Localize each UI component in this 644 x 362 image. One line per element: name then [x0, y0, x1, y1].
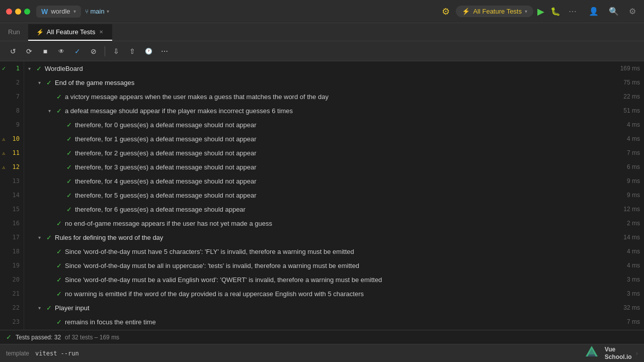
refresh-button[interactable]: ↺: [6, 44, 20, 58]
line-22: 22: [0, 301, 24, 315]
search-icon[interactable]: 🔍: [607, 5, 621, 18]
line-numbers: ✓ 1 2 7 8 9 ⚠ 10 ⚠ 11 ⚠ 12 13 14 15 16 1…: [0, 61, 24, 330]
test-rules-word-day[interactable]: ▾ ✓ Rules for defining the word of the d…: [24, 230, 644, 244]
test-defeat-6[interactable]: ▾ ✓ therefore, for 6 guess(es) a defeat …: [24, 202, 644, 216]
test-rule-qwert-check: ✓: [56, 276, 62, 284]
test-defeat-3-check: ✓: [66, 163, 72, 171]
vue-badge[interactable]: VueSchool.io ›: [583, 344, 638, 363]
branch-name: main: [91, 8, 105, 15]
collapse-defeat-icon[interactable]: ▾: [48, 108, 54, 114]
test-rules-label: Rules for defining the word of the day: [55, 234, 619, 241]
line-8: 8: [0, 104, 24, 118]
collapse-rules-icon[interactable]: ▾: [38, 235, 44, 240]
test-run-chevron-icon: ▾: [525, 9, 527, 14]
terminal-area: template vitest --run: [6, 350, 79, 357]
vue-label: VueSchool.io: [605, 346, 632, 360]
test-player-input[interactable]: ▾ ✓ Player input 32 ms: [24, 301, 644, 315]
test-rule-tests[interactable]: ▾ ✓ Since 'word-of-the-day must be all i…: [24, 258, 644, 273]
traffic-lights: [6, 9, 30, 15]
run-button[interactable]: ▶: [537, 6, 544, 17]
line-12: ⚠ 12: [0, 160, 24, 174]
toolbar: ↺ ⟳ ■ 👁 ✓ ⊘ ⇩ ⇧ 🕐 ⋯: [0, 41, 644, 61]
branch-selector[interactable]: ⑂ main ▾: [85, 8, 109, 15]
test-defeat-4[interactable]: ▾ ✓ therefore, for 4 guess(es) a defeat …: [24, 174, 644, 188]
collapse-end-of-game-icon[interactable]: ▾: [38, 80, 44, 85]
test-run-badge[interactable]: ⚡ All Feature Tests ▾: [456, 6, 533, 17]
line-20: 20: [0, 273, 24, 287]
test-defeat-5-label: therefore, for 5 guess(es) a defeat mess…: [75, 192, 623, 199]
account-icon[interactable]: 👤: [587, 5, 601, 18]
debug-icon[interactable]: 🐛: [548, 5, 562, 18]
tab-feature-tests-label: All Feature Tests: [47, 28, 96, 36]
test-rule-qwert[interactable]: ▾ ✓ Since 'word-of-the-day must be a val…: [24, 273, 644, 287]
test-rule-valid-duration: 3 ms: [627, 290, 640, 297]
line-17: 17: [0, 230, 24, 244]
test-end-of-game[interactable]: ▾ ✓ End of the game messages 75 ms: [24, 75, 644, 89]
test-defeat-3[interactable]: ▾ ✓ therefore, for 3 guess(es) a defeat …: [24, 160, 644, 174]
test-defeat-4-duration: 9 ms: [627, 177, 640, 185]
project-selector[interactable]: W wordle ▾: [36, 6, 81, 18]
toolbar-more-button[interactable]: ⋯: [157, 44, 172, 58]
test-defeat-2[interactable]: ▾ ✓ therefore, for 2 guess(es) a defeat …: [24, 146, 644, 160]
test-wordle-board-check: ✓: [36, 65, 42, 72]
traffic-light-green[interactable]: [24, 9, 30, 15]
test-wordle-board-label: WordleBoard: [45, 65, 616, 72]
terminal-command: vitest --run: [35, 350, 79, 357]
stop-button[interactable]: ■: [38, 44, 52, 58]
more-options-icon[interactable]: ⋯: [567, 5, 579, 18]
line-1: ✓ 1: [0, 61, 24, 75]
collapse-wordle-board-icon[interactable]: ▾: [28, 66, 34, 71]
test-defeat-5[interactable]: ▾ ✓ therefore, for 5 guess(es) a defeat …: [24, 188, 644, 202]
clock-button[interactable]: 🕐: [141, 44, 155, 58]
circle-slash-button[interactable]: ⊘: [87, 44, 101, 58]
terminal-label: template: [6, 350, 29, 357]
line-14: 14: [0, 188, 24, 202]
global-settings-icon[interactable]: ⚙: [627, 5, 638, 18]
test-defeat-parent-label: a defeat message should appear if the pl…: [65, 107, 619, 115]
test-defeat-4-label: therefore, for 4 guess(es) a defeat mess…: [75, 177, 623, 185]
sort-asc-button[interactable]: ⇧: [125, 44, 139, 58]
test-victory-duration: 22 ms: [623, 93, 640, 100]
test-defeat-1-duration: 4 ms: [627, 135, 640, 142]
test-no-end-label: no end-of-game message appears if the us…: [65, 220, 623, 227]
topbar-left: W wordle ▾ ⑂ main ▾: [6, 6, 432, 18]
tab-run[interactable]: Run: [0, 24, 28, 41]
sort-desc-button[interactable]: ⇩: [109, 44, 123, 58]
test-end-of-game-duration: 75 ms: [623, 79, 640, 86]
test-defeat-1[interactable]: ▾ ✓ therefore, for 1 guess(es) a defeat …: [24, 132, 644, 146]
topbar-right: 👤 🔍 ⚙: [587, 5, 638, 18]
test-victory-message[interactable]: ▾ ✓ a victory message appears when the u…: [24, 89, 644, 104]
main-content: ✓ 1 2 7 8 9 ⚠ 10 ⚠ 11 ⚠ 12 13 14 15 16 1…: [0, 61, 644, 330]
test-defeat-3-label: therefore, for 3 guess(es) a defeat mess…: [75, 163, 623, 171]
test-player-focus-duration: 7 ms: [627, 318, 640, 325]
test-defeat-6-duration: 12 ms: [623, 206, 640, 213]
traffic-light-yellow[interactable]: [15, 9, 21, 15]
test-rule-valid[interactable]: ▾ ✓ no warning is emitted if the word of…: [24, 287, 644, 301]
eye-button[interactable]: 👁: [54, 44, 68, 58]
tab-close-icon[interactable]: ✕: [98, 28, 104, 36]
test-no-end-check: ✓: [56, 220, 62, 227]
test-no-end-message[interactable]: ▾ ✓ no end-of-game message appears if th…: [24, 216, 644, 230]
topbar-center: ⚙ ⚡ All Feature Tests ▾ ▶ 🐛 ⋯: [440, 4, 579, 19]
test-defeat-parent[interactable]: ▾ ✓ a defeat message should appear if th…: [24, 104, 644, 118]
test-defeat-6-check: ✓: [66, 206, 72, 213]
test-player-focus[interactable]: ▾ ✓ remains in focus the entire time 7 m…: [24, 315, 644, 329]
settings-icon[interactable]: ⚙: [440, 4, 452, 19]
test-rule-fly-label: Since 'word-of-the-day must have 5 chara…: [65, 248, 623, 255]
project-name: wordle: [51, 8, 70, 15]
test-wordle-board-duration: 169 ms: [620, 65, 640, 72]
tab-feature-tests[interactable]: ⚡ All Feature Tests ✕: [28, 24, 113, 41]
collapse-player-input-icon[interactable]: ▾: [38, 305, 44, 311]
line-18: 18: [0, 244, 24, 258]
test-defeat-0[interactable]: ▾ ✓ therefore, for 0 guess(es) a defeat …: [24, 118, 644, 132]
tab-run-label: Run: [8, 28, 20, 36]
test-defeat-2-duration: 7 ms: [627, 149, 640, 156]
test-rule-qwert-label: Since 'word-of-the-day must be a valid E…: [65, 276, 623, 284]
test-rule-fly[interactable]: ▾ ✓ Since 'word-of-the-day must have 5 c…: [24, 244, 644, 258]
refresh-alt-button[interactable]: ⟳: [22, 44, 36, 58]
check-filter-button[interactable]: ✓: [70, 44, 85, 58]
vue-chevron-icon: ›: [636, 349, 638, 357]
test-wordle-board[interactable]: ▾ ✓ WordleBoard 169 ms: [24, 61, 644, 75]
test-defeat-2-check: ✓: [66, 149, 72, 157]
traffic-light-red[interactable]: [6, 9, 12, 15]
